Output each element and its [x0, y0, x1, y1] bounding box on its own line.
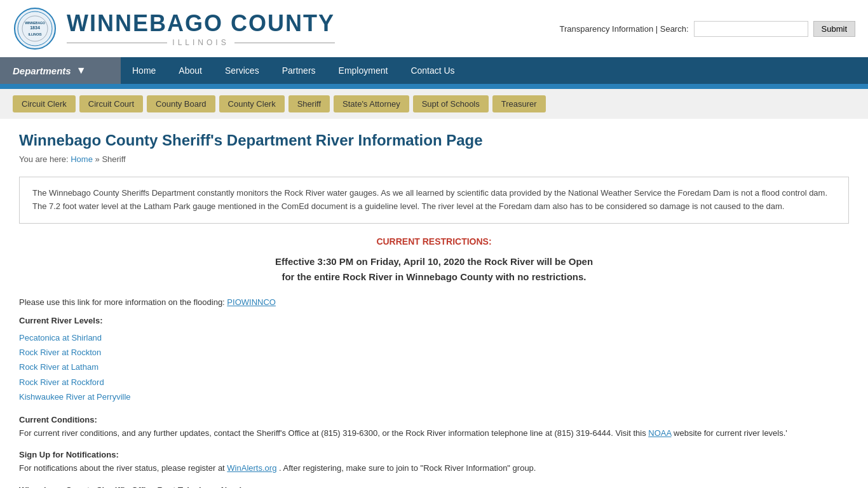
- flood-link-line: Please use this link for more informatio…: [19, 297, 849, 307]
- logo-decoration: ILLINOIS: [67, 38, 335, 47]
- main-content: Winnebago County Sheriff's Department Ri…: [0, 119, 868, 488]
- quick-links-bar: Circuit Clerk Circuit Court County Board…: [0, 89, 868, 119]
- nav-services[interactable]: Services: [214, 57, 271, 84]
- conditions-text-after: website for current river levels.': [674, 428, 787, 438]
- breadcrumb-current: Sheriff: [102, 154, 125, 164]
- quick-link-circuit-clerk[interactable]: Circuit Clerk: [13, 95, 76, 112]
- river-link-pecatonica[interactable]: Pecatonica at Shirland: [19, 330, 849, 345]
- nav-home[interactable]: Home: [121, 57, 167, 84]
- breadcrumb-prefix: You are here:: [19, 154, 69, 164]
- main-navigation: Departments ▼ Home About Services Partne…: [0, 57, 868, 84]
- svg-text:1834: 1834: [30, 25, 40, 30]
- piowinnco-link[interactable]: PIOWINNCO: [227, 297, 276, 307]
- conditions-section: Current Conditions: For current river co…: [19, 415, 849, 440]
- site-header: WINNEBAGO 1834 ILLINOIS WINNEBAGO COUNTY…: [0, 0, 868, 57]
- departments-arrow-icon: ▼: [76, 65, 86, 76]
- boat-title: Winnebago County Sheriff's Office Boat T…: [19, 485, 849, 488]
- quick-link-states-attorney[interactable]: State's Attorney: [334, 95, 409, 112]
- nav-contact[interactable]: Contact Us: [399, 57, 466, 84]
- river-links-list: Pecatonica at Shirland Rock River at Roc…: [19, 330, 849, 405]
- departments-button[interactable]: Departments ▼: [0, 57, 121, 84]
- page-title: Winnebago County Sheriff's Department Ri…: [19, 132, 849, 149]
- river-link-kishwaukee[interactable]: Kishwaukee River at Perryville: [19, 390, 849, 404]
- notifications-text-after: . After registering, make sure to join t…: [279, 463, 536, 473]
- info-box: The Winnebago County Sheriffs Department…: [19, 177, 849, 224]
- conditions-text-before: For current river conditions, and any fu…: [19, 428, 646, 438]
- info-paragraph: The Winnebago County Sheriffs Department…: [32, 187, 836, 214]
- nav-partners[interactable]: Partners: [271, 57, 327, 84]
- logo-text: WINNEBAGO COUNTY ILLINOIS: [67, 10, 335, 47]
- flood-link-prefix: Please use this link for more informatio…: [19, 297, 225, 307]
- notifications-text-before: For notifications about the river status…: [19, 463, 225, 473]
- breadcrumb-home-link[interactable]: Home: [71, 154, 93, 164]
- nav-links-container: Home About Services Partners Employment …: [121, 57, 466, 84]
- site-title: WINNEBAGO COUNTY: [67, 10, 335, 37]
- river-link-rockton[interactable]: Rock River at Rockton: [19, 345, 849, 360]
- noaa-link[interactable]: NOAA: [648, 428, 671, 438]
- notifications-text: For notifications about the river status…: [19, 462, 849, 475]
- river-link-rockford[interactable]: Rock River at Rockford: [19, 375, 849, 390]
- winalerts-link[interactable]: WinAlerts.org: [227, 463, 276, 473]
- open-notice: Effective 3:30 PM on Friday, April 10, 2…: [19, 254, 849, 285]
- quick-link-county-clerk[interactable]: County Clerk: [219, 95, 285, 112]
- river-levels-label: Current River Levels:: [19, 316, 849, 325]
- departments-label: Departments: [13, 65, 71, 76]
- header-search-area: Transparency Information | Search: Submi…: [559, 21, 855, 37]
- conditions-text: For current river conditions, and any fu…: [19, 427, 849, 440]
- breadcrumb-separator: »: [95, 154, 100, 164]
- quick-link-circuit-court[interactable]: Circuit Court: [79, 95, 143, 112]
- nav-about[interactable]: About: [167, 57, 214, 84]
- river-link-latham[interactable]: Rock River at Latham: [19, 360, 849, 374]
- county-seal: WINNEBAGO 1834 ILLINOIS: [13, 6, 57, 51]
- breadcrumb: You are here: Home » Sheriff: [19, 154, 849, 164]
- notifications-title: Sign Up for Notifications:: [19, 450, 849, 459]
- logo-area: WINNEBAGO 1834 ILLINOIS WINNEBAGO COUNTY…: [13, 6, 335, 51]
- conditions-title: Current Conditions:: [19, 415, 849, 424]
- open-notice-text: Effective 3:30 PM on Friday, April 10, 2…: [275, 256, 593, 282]
- search-input[interactable]: [694, 21, 808, 37]
- svg-text:ILLINOIS: ILLINOIS: [28, 32, 42, 36]
- nav-employment[interactable]: Employment: [327, 57, 400, 84]
- quick-link-treasurer[interactable]: Treasurer: [492, 95, 546, 112]
- notifications-section: Sign Up for Notifications: For notificat…: [19, 450, 849, 475]
- logo-subtitle: ILLINOIS: [172, 38, 229, 47]
- sub-nav-accent-bar: [0, 84, 868, 89]
- transparency-label: Transparency Information | Search:: [559, 24, 688, 34]
- search-submit-button[interactable]: Submit: [813, 21, 855, 37]
- svg-text:WINNEBAGO: WINNEBAGO: [25, 21, 45, 25]
- quick-link-supt-schools[interactable]: Supt of Schools: [413, 95, 489, 112]
- quick-link-sheriff[interactable]: Sheriff: [288, 95, 330, 112]
- boat-section: Winnebago County Sheriff's Office Boat T…: [19, 485, 849, 488]
- quick-link-county-board[interactable]: County Board: [147, 95, 215, 112]
- restrictions-label: CURRENT RESTRICTIONS:: [19, 236, 849, 247]
